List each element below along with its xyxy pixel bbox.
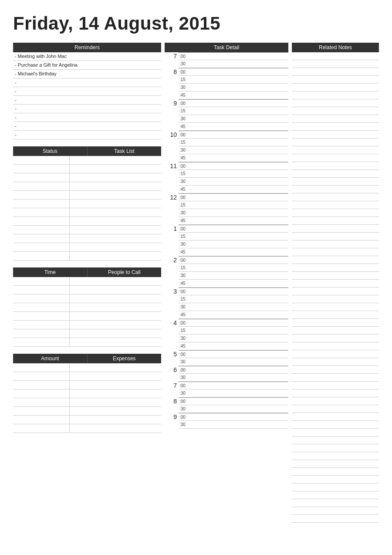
task-status-cell — [13, 217, 70, 225]
slot-content — [188, 150, 288, 151]
time-slot-row: :30 — [179, 146, 288, 154]
task-name-cell — [70, 252, 161, 260]
note-row — [292, 201, 379, 209]
task-row — [13, 165, 161, 173]
reminder-row: - — [13, 105, 161, 113]
time-slot-row: :15 — [179, 264, 288, 272]
call-time-cell — [13, 321, 70, 329]
note-row — [292, 139, 379, 146]
call-name-cell — [70, 338, 161, 346]
task-row — [13, 173, 161, 182]
expense-amount-cell — [13, 372, 70, 380]
time-block: 4:00:15:30:45 — [165, 319, 288, 350]
task-list — [13, 156, 161, 261]
call-name-cell — [70, 303, 161, 311]
time-slot-row: :30 — [179, 421, 288, 429]
note-row — [292, 225, 379, 233]
minute-label: :45 — [179, 93, 188, 98]
call-time-cell — [13, 303, 70, 311]
time-block: 1:00:15:30:45 — [165, 225, 288, 256]
task-name-cell — [70, 217, 161, 225]
reminder-row: - Michael's Birthday — [13, 70, 161, 78]
call-row — [13, 286, 161, 294]
minute-label: :00 — [179, 383, 188, 388]
expense-row — [13, 398, 161, 407]
time-slots: :00:30 — [179, 52, 288, 68]
reminders-header: Reminders — [13, 43, 161, 52]
time-slot-row: :30 — [179, 405, 288, 413]
note-row — [292, 52, 379, 60]
time-slot-row: :00 — [179, 162, 288, 170]
call-name-cell — [70, 277, 161, 285]
note-row — [292, 60, 379, 68]
task-status-cell — [13, 226, 70, 234]
call-name-cell — [70, 312, 161, 320]
reminder-row: - — [13, 78, 161, 87]
expense-row — [13, 416, 161, 424]
hour-label: 12 — [165, 194, 179, 201]
note-row — [292, 162, 379, 170]
minute-label: :30 — [179, 375, 188, 380]
time-slot-row: :00 — [179, 350, 288, 358]
hour-label: 9 — [165, 100, 179, 107]
reminder-row: - — [13, 122, 161, 131]
time-block: 6:00:30 — [165, 366, 288, 382]
slot-content — [188, 377, 288, 378]
hour-label: 8 — [165, 398, 179, 405]
call-row — [13, 294, 161, 303]
task-row — [13, 217, 161, 226]
expense-name-cell — [70, 389, 161, 398]
time-slot-row: :15 — [179, 76, 288, 84]
slot-content — [188, 205, 288, 206]
minute-label: :30 — [179, 273, 188, 278]
note-row — [292, 170, 379, 178]
call-time-cell — [13, 338, 70, 346]
hour-label: 5 — [165, 351, 179, 358]
task-list-header: Task List — [87, 146, 162, 156]
note-row — [292, 405, 379, 413]
minute-label: :00 — [179, 289, 188, 294]
reminder-row: - — [13, 131, 161, 139]
task-status-cell — [13, 165, 70, 173]
expense-name-cell — [70, 372, 161, 380]
middle-column: Task Detail 7:00:308:00:15:30:459:00:15:… — [165, 43, 288, 523]
minute-label: :00 — [179, 352, 188, 357]
task-row — [13, 191, 161, 200]
note-row — [292, 460, 379, 468]
slot-content — [188, 267, 288, 268]
time-slot-row: :15 — [179, 170, 288, 178]
minute-label: :00 — [179, 132, 188, 137]
note-row — [292, 319, 379, 327]
slot-content — [188, 369, 288, 370]
note-row — [292, 468, 379, 476]
time-slots: :00:15:30:45 — [179, 131, 288, 162]
task-row — [13, 252, 161, 261]
time-slot-row: :15 — [179, 295, 288, 303]
expense-name-cell — [70, 398, 161, 406]
note-row — [292, 186, 379, 193]
call-time-cell — [13, 286, 70, 294]
expense-amount-cell — [13, 363, 70, 372]
expense-row — [13, 363, 161, 372]
minute-label: :45 — [179, 124, 188, 129]
minute-label: :00 — [179, 368, 188, 372]
note-row — [292, 507, 379, 515]
expense-amount-cell — [13, 407, 70, 415]
slot-content — [188, 291, 288, 292]
amount-header: Amount — [13, 354, 87, 363]
note-row — [292, 350, 379, 358]
note-row — [292, 99, 379, 107]
minute-label: :30 — [179, 148, 188, 152]
time-slot-row: :45 — [179, 280, 288, 288]
time-slot-row: :15 — [179, 139, 288, 146]
minute-label: :15 — [179, 171, 188, 176]
time-slots: :00:15:30:45 — [179, 225, 288, 256]
slot-content — [188, 424, 288, 425]
time-slot-row: :00 — [179, 256, 288, 264]
time-slot-row: :30 — [179, 84, 288, 91]
note-row — [292, 499, 379, 507]
time-block: 7:00:30 — [165, 382, 288, 397]
reminder-row: - Meeting with John Mac — [13, 52, 161, 61]
note-row — [292, 295, 379, 303]
note-row — [292, 115, 379, 123]
